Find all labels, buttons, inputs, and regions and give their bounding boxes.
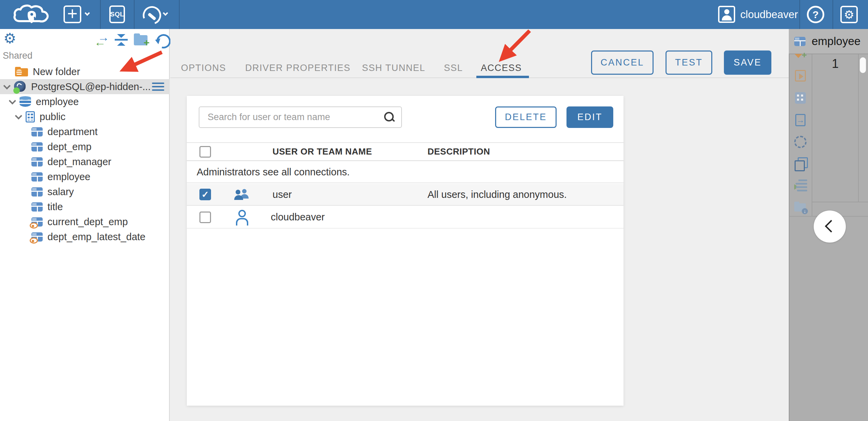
header-divider [799,0,800,29]
tree-item-label: public [40,111,66,122]
row-checkbox-unchecked[interactable] [199,212,211,223]
tree-item-label: dept_emp_latest_date [47,231,145,243]
ai-assistant-icon[interactable] [794,136,807,148]
search-field-wrap [199,106,402,128]
sql-editor-button[interactable]: SQL [109,5,125,23]
tree-item-view-current-dept-emp[interactable]: current_dept_emp [0,214,170,229]
tree-item-table-title[interactable]: title [0,199,170,214]
settings-button[interactable]: ⚙ [840,6,858,23]
panel-grid-line [812,202,868,202]
search-input[interactable] [199,106,402,128]
expand-panel-button[interactable] [814,210,846,243]
schema-icon [26,111,35,122]
execution-log-icon[interactable] [794,179,807,192]
add-folder-icon[interactable]: + [134,33,149,46]
row-description: All users, including anonymous. [428,184,567,205]
chevron-down-icon[interactable] [3,82,11,89]
refresh-tree-icon[interactable] [156,34,169,46]
tab-access[interactable]: ACCESS [481,58,522,78]
sync-connections-icon[interactable]: →← [94,33,109,46]
user-name-label[interactable]: cloudbeaver [740,0,798,29]
tree-item-new-folder[interactable]: New folder [0,64,170,79]
tab-ssh-tunnel[interactable]: SSH TUNNEL [362,58,425,78]
tree-item-label: dept_manager [47,156,111,168]
tab-options[interactable]: OPTIONS [181,58,226,78]
cloudbeaver-app: + SQL cloudbeaver ? ⚙ ⚙ →← + Shared New … [0,0,868,421]
cancel-button[interactable]: CANCEL [591,50,654,75]
active-tab-indicator [476,76,529,78]
postgresql-icon [14,81,26,92]
tree-item-postgresql-connection[interactable]: PostgreSQL@ep-hidden-... [0,79,170,94]
tree-item-label: department [47,126,98,137]
header-divider [100,0,101,29]
user-avatar-icon[interactable] [718,6,735,23]
team-icon [234,189,251,201]
tree-item-table-salary[interactable]: salary [0,184,170,199]
tree-item-table-dept-manager[interactable]: dept_manager [0,154,170,169]
add-filter-icon[interactable] [794,53,807,66]
help-button[interactable]: ? [807,6,824,23]
row-name: cloudbeaver [271,206,325,228]
grid-row-number: 1 [812,56,858,71]
tree-item-schema-public[interactable]: public [0,109,170,124]
view-icon [31,232,43,242]
view-icon [31,217,43,227]
connection-chevron-down-icon[interactable] [163,11,168,16]
connection-menu-icon[interactable] [152,82,164,91]
select-all-checkbox[interactable] [199,146,211,158]
sql-editor-label: SQL [110,11,124,18]
save-button[interactable]: SAVE [724,50,771,75]
delete-button[interactable]: DELETE [495,106,557,128]
edit-button[interactable]: EDIT [566,106,613,128]
chevron-down-icon[interactable] [15,112,22,119]
tree-item-view-dept-emp-latest-date[interactable]: dept_emp_latest_date [0,229,170,244]
tree-item-table-employee[interactable]: employee [0,169,170,184]
table-icon [31,202,43,212]
top-header-bar: + SQL cloudbeaver ? ⚙ [0,0,868,29]
table-row-cloudbeaver[interactable]: cloudbeaver [187,206,624,229]
new-connection-chevron-down-icon[interactable] [85,11,90,16]
connected-status-dot [13,87,20,94]
tree-item-label: salary [47,186,74,198]
folder-icon [15,67,28,76]
navigator-settings-gear-icon[interactable]: ⚙ [3,31,16,46]
table-icon [794,37,806,46]
tree-item-table-dept-emp[interactable]: dept_emp [0,139,170,154]
admins-info-row: Administrators see all connections. [187,162,624,183]
tree-item-label: title [47,201,63,213]
search-icon[interactable] [384,112,394,122]
chevron-down-icon[interactable] [9,97,16,104]
access-table-header-row: USER OR TEAM NAME DESCRIPTION [187,142,624,161]
table-icon [31,157,43,166]
header-divider [134,0,135,29]
plus-icon: + [67,7,78,20]
user-icon [236,210,247,225]
tree-item-label: current_dept_emp [47,216,128,228]
table-icon [31,172,43,182]
tab-ssl[interactable]: SSL [444,58,463,78]
form-view-icon[interactable] [795,92,806,104]
export-data-icon[interactable]: → [795,114,806,126]
connection-wrench-icon[interactable] [143,6,159,23]
tree-item-label: New folder [33,66,80,77]
new-connection-button[interactable]: + [64,5,81,23]
header-divider [832,0,833,29]
tree-item-label: employee [47,171,90,183]
tree-item-database-employee[interactable]: employee [0,94,170,109]
duplicate-icon[interactable] [795,157,808,170]
collapse-all-icon[interactable] [115,34,128,46]
data-editor-tab-employee[interactable]: employee [789,29,868,54]
save-to-folder-icon[interactable]: ↓ [794,201,807,214]
tab-driver-properties[interactable]: DRIVER PROPERTIES [245,58,351,78]
panel-scrollbar-thumb[interactable] [860,57,866,73]
test-button[interactable]: TEST [666,50,712,75]
column-header-name: USER OR TEAM NAME [272,143,372,160]
tree-item-label: dept_emp [47,141,92,153]
tree-section-label: Shared [3,50,32,61]
data-editor-tab-label: employee [812,35,860,48]
gear-icon: ⚙ [844,8,854,21]
tree-item-table-department[interactable]: department [0,124,170,139]
table-row-user[interactable]: ✓ user All users, including anonymous. [187,184,624,206]
run-script-icon[interactable] [795,70,806,82]
row-checkbox-checked[interactable]: ✓ [199,189,211,200]
